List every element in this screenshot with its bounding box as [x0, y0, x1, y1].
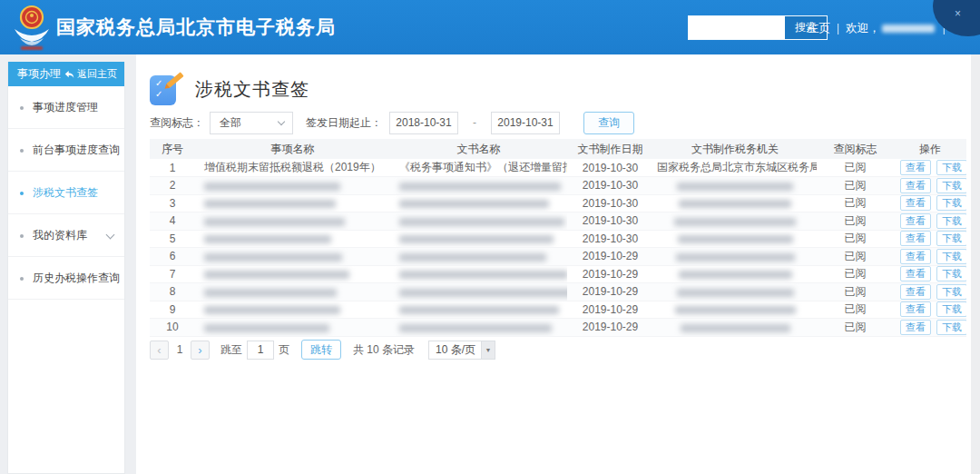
view-button[interactable]: 查看 — [900, 178, 931, 193]
redacted-text — [678, 235, 793, 243]
download-button[interactable]: 下载 — [936, 266, 966, 281]
check-icon: ✓ — [155, 89, 162, 99]
table-cell: 国家税务总局北京市东城区税务局 — [653, 159, 817, 177]
view-button[interactable]: 查看 — [900, 284, 931, 300]
view-button[interactable]: 查看 — [900, 320, 931, 335]
table-cell: 已阅 — [817, 248, 894, 266]
back-home-link[interactable]: 返回主页 — [64, 67, 117, 81]
document-check-icon: ✓ ✓ — [150, 73, 182, 105]
table-cell — [653, 248, 817, 266]
site-title: 国家税务总局北京市电子税务局 — [56, 15, 336, 40]
view-button[interactable]: 查看 — [900, 249, 931, 264]
download-button[interactable]: 下载 — [936, 284, 966, 300]
redacted-text — [204, 235, 331, 243]
prev-page-button[interactable]: ‹ — [150, 341, 169, 360]
home-link[interactable]: 主页 — [808, 22, 830, 35]
table-cell — [653, 283, 817, 301]
redacted-text — [399, 183, 561, 191]
column-header: 查阅标志 — [817, 139, 894, 159]
download-button[interactable]: 下载 — [936, 178, 966, 193]
redacted-text — [675, 306, 796, 314]
view-flag-select[interactable]: 全部 — [210, 112, 293, 134]
date-range-dash: - — [473, 116, 476, 129]
table-cell: 2019-10-30 — [567, 159, 653, 177]
dropdown-arrow-icon: ▼ — [481, 341, 495, 359]
redacted-text — [204, 183, 340, 191]
redacted-text — [204, 200, 336, 208]
column-header: 文书名称 — [390, 139, 567, 159]
view-button[interactable]: 查看 — [900, 213, 931, 229]
sidebar-item[interactable]: 我的资料库 — [8, 214, 124, 257]
chevron-down-icon — [278, 117, 285, 124]
table-cell: 7 — [150, 265, 195, 283]
bullet-icon — [20, 149, 24, 153]
sidebar-item[interactable]: 前台事项进度查询 — [8, 129, 124, 172]
table-cell: 2019-10-29 — [567, 283, 653, 301]
table-cell — [195, 194, 390, 212]
view-button[interactable]: 查看 — [900, 231, 931, 246]
redacted-text — [204, 253, 342, 262]
download-button[interactable]: 下载 — [936, 213, 966, 229]
sidebar-item[interactable]: 涉税文书查签 — [8, 172, 124, 214]
table-cell: 已阅 — [817, 319, 894, 337]
header-search: 搜索 — [688, 15, 828, 40]
view-button[interactable]: 查看 — [900, 301, 931, 317]
download-button[interactable]: 下载 — [936, 195, 966, 211]
date-from-input[interactable] — [389, 112, 458, 134]
table-cell — [653, 177, 817, 195]
table-row: 92019-10-29已阅查看下载 — [150, 301, 966, 319]
table-cell — [390, 283, 567, 301]
table-cell: 4 — [150, 212, 195, 231]
sidebar-item-label: 事项进度管理 — [33, 101, 98, 114]
download-button[interactable]: 下载 — [936, 320, 966, 335]
download-button[interactable]: 下载 — [936, 231, 966, 246]
page-size-select[interactable]: 10 条/页 ▼ — [428, 341, 495, 360]
query-button[interactable]: 查询 — [583, 112, 634, 134]
documents-table: 序号事项名称文书名称文书制作日期文书制作税务机关查阅标志操作 1增值税期末留抵税… — [150, 139, 966, 337]
redacted-text — [676, 253, 795, 262]
view-button[interactable]: 查看 — [900, 195, 931, 211]
bullet-icon — [20, 234, 24, 238]
redacted-text — [204, 271, 349, 279]
sidebar-item[interactable]: 历史办税操作查询 — [8, 257, 124, 300]
redacted-text — [399, 271, 567, 279]
current-page[interactable]: 1 — [169, 343, 191, 356]
sidebar: 事项办理 返回主页 事项进度管理前台事项进度查询涉税文书查签我的资料库历史办税操… — [7, 62, 125, 474]
check-icon: ✓ — [155, 78, 162, 88]
table-cell: 已阅 — [817, 177, 894, 195]
filter-row: 查阅标志： 全部 签发日期起止： - 查询 — [150, 111, 634, 134]
sidebar-item-label: 前台事项进度查询 — [33, 143, 120, 156]
table-cell-actions: 查看下载 — [894, 194, 966, 212]
search-input[interactable] — [689, 16, 785, 39]
table-cell — [195, 212, 390, 231]
table-cell: 2019-10-29 — [567, 319, 653, 337]
view-button[interactable]: 查看 — [900, 160, 931, 175]
table-cell-actions: 查看下载 — [894, 319, 966, 337]
jump-button[interactable]: 跳转 — [301, 340, 341, 360]
table-cell: 已阅 — [817, 283, 894, 301]
redacted-text — [399, 235, 554, 243]
sidebar-menu: 事项进度管理前台事项进度查询涉税文书查签我的资料库历史办税操作查询 — [8, 86, 124, 300]
page-jump-input[interactable] — [247, 341, 274, 360]
download-button[interactable]: 下载 — [936, 160, 966, 175]
welcome-label: 欢迎， — [846, 22, 880, 35]
table-row: 102019-10-29已阅查看下载 — [150, 319, 966, 337]
table-cell — [390, 212, 567, 231]
table-cell: 2019-10-30 — [567, 177, 653, 195]
redacted-text — [399, 253, 546, 262]
table-cell: 2019-10-30 — [567, 212, 653, 231]
next-page-button[interactable]: › — [191, 341, 210, 360]
date-range-label: 签发日期起止： — [306, 115, 382, 131]
table-cell — [390, 230, 567, 248]
sidebar-item-label: 涉税文书查签 — [33, 186, 98, 199]
view-flag-value: 全部 — [220, 116, 241, 129]
download-button[interactable]: 下载 — [936, 249, 966, 264]
date-to-input[interactable] — [491, 112, 560, 134]
table-cell: 2019-10-30 — [567, 230, 653, 248]
scrollbar-track[interactable] — [971, 54, 980, 474]
view-button[interactable]: 查看 — [900, 266, 931, 281]
table-cell — [390, 194, 567, 212]
download-button[interactable]: 下载 — [936, 301, 966, 317]
sidebar-item[interactable]: 事项进度管理 — [8, 86, 124, 129]
table-cell-actions: 查看下载 — [894, 177, 966, 195]
